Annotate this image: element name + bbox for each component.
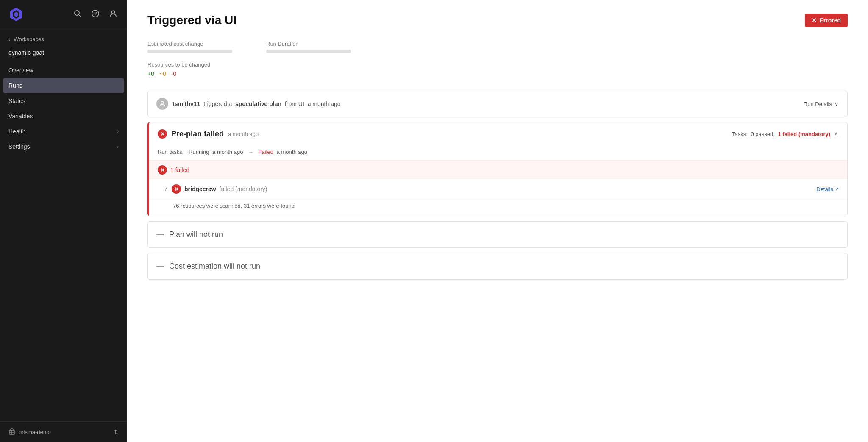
back-arrow-icon: ‹: [8, 36, 10, 42]
task-status: failed (mandatory): [220, 186, 267, 192]
expand-icon[interactable]: ⇅: [114, 429, 119, 435]
error-x-icon: ✕: [812, 17, 817, 24]
main-content: Triggered via UI ✕ Errored Estimated cos…: [127, 0, 868, 442]
avatar: [156, 98, 168, 110]
svg-text:?: ?: [94, 11, 97, 16]
sidebar-item-states[interactable]: States: [0, 93, 127, 108]
tasks-info: Tasks: 0 passed, 1 failed (mandatory): [732, 131, 830, 137]
page-title: Triggered via UI: [147, 14, 236, 27]
workspace-name: dynamic-goat: [0, 46, 127, 63]
help-button[interactable]: ?: [90, 8, 101, 21]
sidebar-nav: Overview Runs States Variables Health › …: [0, 63, 127, 421]
plan-collapsed-header[interactable]: — Plan will not run: [148, 222, 847, 247]
plan-will-not-run-card: — Plan will not run: [147, 221, 848, 248]
sidebar-item-label: Overview: [8, 67, 33, 74]
remove-count: -0: [171, 70, 176, 77]
svg-point-12: [161, 102, 164, 104]
resources-label: Resources to be changed: [147, 61, 848, 68]
plan-collapsed-title: Plan will not run: [169, 230, 223, 239]
sidebar-top-icons: ?: [72, 8, 119, 21]
sidebar-item-label: Health: [8, 128, 25, 135]
stats-row: Estimated cost change Run Duration: [147, 41, 848, 53]
run-info-left: tsmithv11 triggered a speculative plan f…: [156, 98, 341, 110]
error-icon: ✕: [158, 129, 167, 139]
sidebar-item-label: Settings: [8, 143, 30, 150]
pre-plan-time: a month ago: [228, 131, 259, 137]
pre-plan-header: ✕ Pre-plan failed a month ago Tasks: 0 p…: [149, 122, 847, 145]
resources-section: Resources to be changed +0 ~0 -0: [147, 61, 848, 77]
run-info-card: tsmithv11 triggered a speculative plan f…: [147, 91, 848, 117]
task-item-left: ∧ ✕ bridgecrew failed (mandatory): [164, 184, 267, 194]
run-info-header: tsmithv11 triggered a speculative plan f…: [148, 91, 847, 117]
org-icon: [8, 428, 15, 435]
org-name-area[interactable]: prisma-demo: [8, 428, 51, 435]
dash-icon: —: [156, 230, 164, 239]
chevron-right-icon: ›: [117, 144, 119, 150]
task-name: bridgecrew: [184, 186, 216, 192]
details-link[interactable]: Details ↗: [816, 186, 839, 192]
run-duration-bar: [266, 50, 351, 53]
task-error-icon: ✕: [172, 184, 181, 194]
failed-count-text: 1 failed: [170, 167, 189, 173]
pre-plan-header-right: Tasks: 0 passed, 1 failed (mandatory) ∧: [732, 130, 839, 138]
task-description: 76 resources were scanned, 31 errors wer…: [149, 199, 847, 216]
chevron-down-icon: ∨: [835, 101, 839, 107]
sidebar-header: ?: [0, 0, 127, 29]
svg-point-3: [75, 11, 79, 15]
failed-error-icon: ✕: [158, 165, 167, 175]
sidebar-item-variables[interactable]: Variables: [0, 108, 127, 124]
cost-collapsed-header[interactable]: — Cost estimation will not run: [148, 253, 847, 279]
sidebar-item-runs[interactable]: Runs: [3, 78, 124, 93]
sidebar-item-overview[interactable]: Overview: [0, 63, 127, 78]
cost-collapsed-title: Cost estimation will not run: [169, 262, 260, 271]
run-duration-stat: Run Duration: [266, 41, 351, 53]
svg-line-4: [79, 14, 81, 17]
run-tasks-bar: Run tasks: Running a month ago → Failed …: [149, 145, 847, 161]
add-count: +0: [147, 70, 154, 77]
chevron-up-icon[interactable]: ∧: [834, 130, 839, 138]
cost-change-bar: [147, 50, 232, 53]
cost-estimation-card: — Cost estimation will not run: [147, 253, 848, 280]
sidebar-footer: prisma-demo ⇅: [0, 421, 127, 442]
sidebar-item-label: Variables: [8, 113, 33, 120]
task-item: ∧ ✕ bridgecrew failed (mandatory) Detail…: [149, 179, 847, 199]
pre-plan-title: Pre-plan failed: [171, 130, 224, 139]
status-text: Errored: [819, 17, 841, 24]
search-button[interactable]: [72, 8, 83, 21]
resources-counts: +0 ~0 -0: [147, 70, 848, 77]
task-detail-row: ∧ ✕ bridgecrew failed (mandatory) Detail…: [149, 179, 847, 216]
sidebar-item-health[interactable]: Health ›: [0, 124, 127, 139]
page-header: Triggered via UI ✕ Errored: [147, 14, 848, 27]
chevron-right-icon: ›: [117, 128, 119, 134]
change-count: ~0: [159, 70, 166, 77]
pre-plan-card: ✕ Pre-plan failed a month ago Tasks: 0 p…: [147, 122, 848, 216]
task-chevron-up-icon[interactable]: ∧: [164, 186, 168, 192]
failed-count-row: ✕ 1 failed: [149, 161, 847, 179]
cost-change-stat: Estimated cost change: [147, 41, 232, 53]
svg-point-7: [112, 11, 115, 14]
status-badge: ✕ Errored: [805, 14, 848, 27]
sidebar-item-label: States: [8, 97, 25, 104]
cost-change-label: Estimated cost change: [147, 41, 232, 47]
external-link-icon: ↗: [835, 186, 839, 192]
run-details-label: Run Details: [804, 101, 832, 107]
pre-plan-header-left: ✕ Pre-plan failed a month ago: [158, 129, 259, 139]
run-user: tsmithv11 triggered a speculative plan f…: [172, 100, 341, 107]
run-duration-label: Run Duration: [266, 41, 351, 47]
sidebar-item-label: Runs: [8, 82, 22, 89]
user-button[interactable]: [108, 8, 119, 21]
dash-icon: —: [156, 262, 164, 271]
run-details-button[interactable]: Run Details ∨: [804, 101, 839, 107]
sidebar-item-settings[interactable]: Settings ›: [0, 139, 127, 154]
sidebar: ? ‹ Workspaces dynamic-goat Overview Run…: [0, 0, 127, 442]
app-logo: [8, 7, 24, 22]
org-name: prisma-demo: [19, 429, 51, 435]
workspaces-back-link[interactable]: ‹ Workspaces: [0, 29, 127, 46]
